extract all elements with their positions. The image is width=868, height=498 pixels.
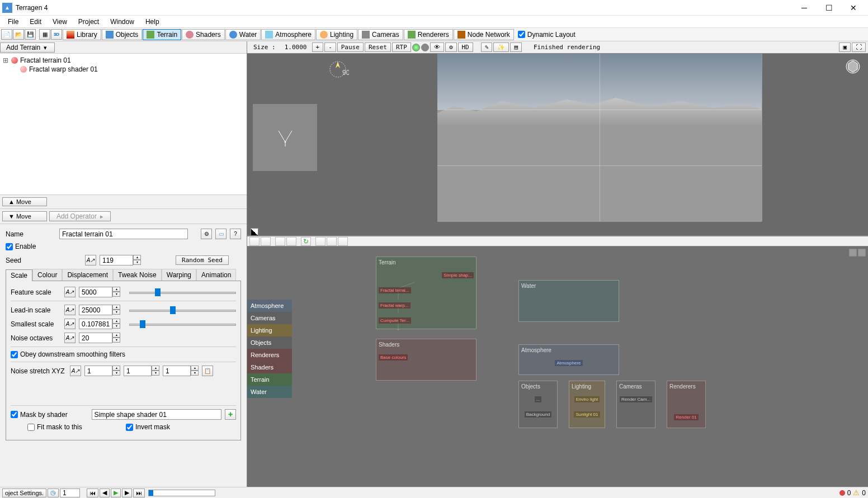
lead-in-input[interactable] xyxy=(79,305,112,315)
node[interactable]: Background xyxy=(525,411,552,418)
menu-window[interactable]: Window xyxy=(106,17,139,27)
tab-cameras[interactable]: Cameras xyxy=(358,29,403,40)
save-file-icon[interactable]: 💾 xyxy=(25,29,36,40)
group-shaders[interactable]: Shaders Base colours xyxy=(376,339,477,381)
first-frame-icon[interactable]: ⏮ xyxy=(87,488,98,497)
move-down-button[interactable]: ▼ Move xyxy=(2,211,47,221)
help-icon[interactable]: ? xyxy=(230,229,241,239)
group-atmosphere[interactable]: Atmosphere Atmosphere xyxy=(518,344,619,375)
feature-scale-slider[interactable] xyxy=(129,288,236,296)
dynamic-layout-checkbox[interactable]: Dynamic Layout xyxy=(518,31,575,39)
cat-renderers[interactable]: Renderers xyxy=(247,349,292,361)
lead-in-slider[interactable] xyxy=(129,306,236,314)
tree-item[interactable]: ⊞ Fractal terrain 01 xyxy=(2,56,244,65)
eye-icon[interactable]: 👁 xyxy=(430,42,444,52)
objects-button[interactable]: Objects xyxy=(102,29,143,40)
obey-checkbox[interactable]: Obey downstream smoothing filters xyxy=(11,350,236,358)
tab-tweak-noise[interactable]: Tweak Noise xyxy=(113,269,162,281)
open-file-icon[interactable]: 📂 xyxy=(13,29,24,40)
nv-max-icon[interactable] xyxy=(849,249,857,257)
tab-shaders[interactable]: Shaders xyxy=(182,29,225,40)
pen-icon[interactable]: ✎ xyxy=(481,42,493,52)
node[interactable]: Render Cam... xyxy=(620,396,652,402)
nt-icon[interactable] xyxy=(249,237,260,246)
group-water[interactable]: Water xyxy=(518,280,619,322)
node-network-view[interactable]: Atmosphere Cameras Lighting Objects Rend… xyxy=(247,246,868,487)
add-terrain-button[interactable]: Add Terrain ▾ xyxy=(0,42,55,53)
enable-checkbox[interactable]: Enable xyxy=(6,243,241,250)
node[interactable]: Render 01 xyxy=(674,414,698,420)
target-icon[interactable] xyxy=(327,237,337,246)
tab-atmosphere[interactable]: Atmosphere xyxy=(261,29,315,40)
nav-cube-icon[interactable] xyxy=(845,58,861,75)
tab-animation[interactable]: Animation xyxy=(196,269,236,281)
node[interactable]: Simple shap... xyxy=(442,272,474,278)
hd-button[interactable]: HD xyxy=(458,42,473,52)
cat-water[interactable]: Water xyxy=(247,386,292,398)
gear-icon[interactable]: ⚙ xyxy=(201,229,212,239)
tab-displacement[interactable]: Displacement xyxy=(62,269,113,281)
anim-icon[interactable]: A↗ xyxy=(64,333,76,343)
tab-renderers[interactable]: Renderers xyxy=(404,29,453,40)
gear-icon[interactable]: ⚙ xyxy=(445,42,457,52)
new-file-icon[interactable]: 📄 xyxy=(1,29,12,40)
node[interactable]: ... xyxy=(535,396,542,402)
anim-icon[interactable]: A↗ xyxy=(70,366,81,376)
3d-icon[interactable]: 3D xyxy=(51,29,62,40)
seed-anim-icon[interactable]: A↗ xyxy=(85,255,96,265)
anim-icon[interactable]: A↗ xyxy=(64,319,76,329)
link-icon[interactable] xyxy=(338,237,348,246)
layers-icon[interactable]: ▤ xyxy=(510,42,522,52)
frame-input[interactable] xyxy=(60,488,80,497)
size-plus-button[interactable]: + xyxy=(312,42,324,52)
next-frame-icon[interactable]: ▶ xyxy=(122,488,132,497)
project-settings-button[interactable]: oject Settings. xyxy=(2,488,46,497)
name-input[interactable] xyxy=(59,229,188,239)
mask-shader-input[interactable] xyxy=(92,409,222,420)
tab-water[interactable]: Water xyxy=(225,29,261,40)
menu-file[interactable]: File xyxy=(3,17,23,27)
preview-icon[interactable]: ▭ xyxy=(215,229,227,239)
tree-item[interactable]: Fractal warp shader 01 xyxy=(2,65,244,74)
last-frame-icon[interactable]: ⏭ xyxy=(133,488,145,497)
node[interactable]: Fractal warp... xyxy=(379,302,411,309)
node[interactable]: Compute Ter... xyxy=(379,317,411,324)
play-icon[interactable]: ▶ xyxy=(111,488,121,497)
cat-atmosphere[interactable]: Atmosphere xyxy=(247,300,292,312)
group-lighting[interactable]: Lighting Enviro light Sunlight 01 xyxy=(569,381,605,428)
cat-terrain[interactable]: Terrain xyxy=(247,373,292,386)
reset-button[interactable]: Reset xyxy=(365,42,391,52)
group-objects[interactable]: Objects ... Background xyxy=(518,381,558,428)
layout-icon[interactable]: ▦ xyxy=(39,29,50,40)
tab-terrain[interactable]: Terrain xyxy=(143,29,181,40)
stretch-z-input[interactable] xyxy=(163,366,191,376)
move-up-button[interactable]: ▲ Move xyxy=(2,197,47,206)
menu-edit[interactable]: Edit xyxy=(25,17,46,27)
tab-lighting[interactable]: Lighting xyxy=(316,29,357,40)
refresh-icon[interactable]: ↻ xyxy=(301,237,311,246)
contrast-icon[interactable] xyxy=(251,228,258,235)
octaves-input[interactable] xyxy=(79,333,112,343)
library-button[interactable]: Library xyxy=(63,29,101,40)
tab-colour[interactable]: Colour xyxy=(32,269,62,281)
invert-mask-checkbox[interactable]: Invert mask xyxy=(126,423,170,431)
anim-icon[interactable]: A↗ xyxy=(64,287,76,297)
expand-viewport-icon[interactable]: ⛶ xyxy=(852,42,866,52)
status-dot-icon[interactable] xyxy=(412,44,420,51)
nt-icon[interactable] xyxy=(275,237,285,246)
maximize-button[interactable]: ☐ xyxy=(817,0,841,16)
nt-icon[interactable] xyxy=(261,237,271,246)
dot-icon[interactable] xyxy=(421,44,429,51)
tab-scale[interactable]: Scale xyxy=(6,269,32,281)
size-minus-button[interactable]: - xyxy=(324,42,336,52)
stretch-x-input[interactable] xyxy=(84,366,112,376)
smallest-slider[interactable] xyxy=(129,320,236,328)
anim-icon[interactable]: A↗ xyxy=(64,305,76,315)
stretch-y-input[interactable] xyxy=(124,366,152,376)
nv-expand-icon[interactable] xyxy=(858,249,866,257)
clock-icon[interactable]: ◷ xyxy=(48,488,59,497)
cat-shaders[interactable]: Shaders xyxy=(247,361,292,373)
mask-checkbox[interactable]: Mask by shader xyxy=(11,411,88,419)
node[interactable]: Enviro light xyxy=(574,396,600,402)
cat-objects[interactable]: Objects xyxy=(247,336,292,349)
